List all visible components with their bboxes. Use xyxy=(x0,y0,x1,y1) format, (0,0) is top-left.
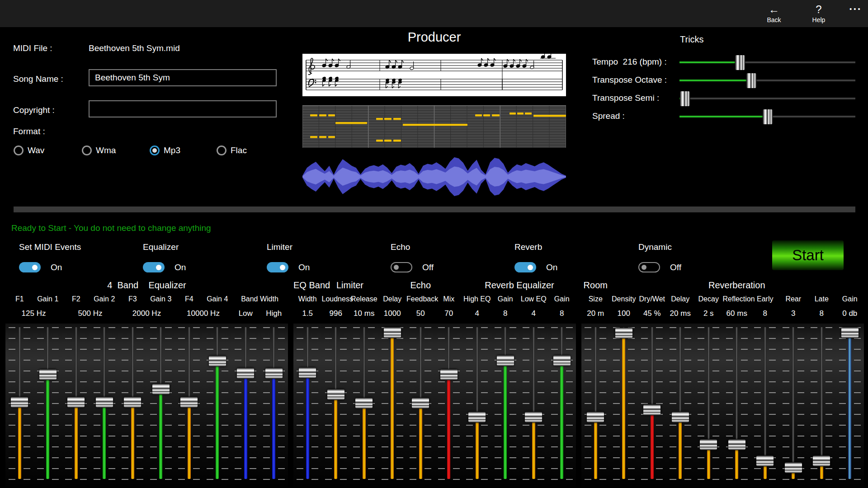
toggle-dynamic[interactable] xyxy=(638,262,660,272)
slider-thumb[interactable] xyxy=(355,398,373,408)
waveform-preview xyxy=(302,156,566,197)
slider-thumb[interactable] xyxy=(180,397,198,408)
slider-thumb[interactable] xyxy=(728,439,745,450)
slider-rail xyxy=(821,327,823,461)
slider-thumb[interactable] xyxy=(265,368,283,379)
mixer-column-label: Size xyxy=(581,295,610,303)
tick-marks-right xyxy=(481,327,488,480)
midi-file-value: Beethoven 5th Sym.mid xyxy=(89,43,180,53)
toggle-state: On xyxy=(298,263,310,272)
slider-rail xyxy=(188,327,190,402)
slider-f3 xyxy=(118,324,147,487)
back-button[interactable]: ← Back xyxy=(758,4,790,23)
trick-label: Tempo 216 (bpm) : xyxy=(592,57,667,67)
slider-thumb[interactable] xyxy=(553,355,571,366)
slider-thumb[interactable] xyxy=(785,462,802,473)
slider-thumb[interactable] xyxy=(39,369,57,380)
slider-thumb[interactable] xyxy=(152,384,170,394)
tick-marks-right xyxy=(278,327,285,480)
tick-marks-left xyxy=(325,327,332,480)
toggle-echo[interactable] xyxy=(391,262,412,272)
slider-reverb-gain xyxy=(836,324,864,487)
trick-slider-track[interactable] xyxy=(679,98,855,99)
toggle-row: On xyxy=(19,262,81,272)
toggle-knob xyxy=(280,265,285,270)
slider-dry-wet xyxy=(638,324,666,487)
slider-f1 xyxy=(5,324,34,487)
slider-thumb[interactable] xyxy=(384,327,401,338)
slider-density xyxy=(610,324,638,487)
slider-gain-1 xyxy=(34,324,62,487)
radio-flac[interactable]: Flac xyxy=(217,145,247,155)
slider-thumb[interactable] xyxy=(124,397,141,408)
slider-value-rail xyxy=(75,402,78,479)
toggle-reverb[interactable] xyxy=(514,262,536,272)
toggle-set-midi-events[interactable] xyxy=(19,262,41,272)
radio-wav[interactable]: Wav xyxy=(14,145,44,155)
radio-label: Flac xyxy=(231,145,247,155)
copyright-input[interactable] xyxy=(89,100,277,117)
help-button[interactable]: ? Help xyxy=(803,4,835,23)
piano-roll-preview xyxy=(302,105,566,148)
tick-marks-right xyxy=(741,327,748,480)
slider-rail xyxy=(363,327,365,403)
tick-marks-left xyxy=(207,327,213,480)
radio-dot-icon xyxy=(152,148,157,153)
trick-slider-thumb[interactable] xyxy=(763,109,773,124)
tick-marks-left xyxy=(466,327,473,480)
tick-marks-left xyxy=(495,327,501,480)
slider-thumb[interactable] xyxy=(643,404,660,415)
mixer-group-header: RoomReverberationSizeDensityDry/WetDelay… xyxy=(581,278,864,321)
mixer-column-label: Rear xyxy=(779,295,808,303)
toggle-row: On xyxy=(514,262,557,272)
trick-slider-thumb[interactable] xyxy=(735,55,745,70)
song-name-input[interactable] xyxy=(89,69,277,86)
radio-wma[interactable]: Wma xyxy=(82,145,116,155)
slider-rail xyxy=(448,327,450,375)
slider-thumb[interactable] xyxy=(412,398,429,408)
slider-thumb[interactable] xyxy=(672,412,689,422)
toggle-group-echo: EchoOff xyxy=(391,242,434,272)
mixer-column-label: F3 xyxy=(118,295,147,303)
radio-label: Wma xyxy=(96,145,116,155)
slider-thumb[interactable] xyxy=(209,356,226,366)
slider-thumb[interactable] xyxy=(615,328,632,338)
toggle-limiter[interactable] xyxy=(267,262,288,272)
toggle-equalizer[interactable] xyxy=(143,262,165,272)
slider-thumb[interactable] xyxy=(700,439,717,450)
slider-thumb[interactable] xyxy=(813,455,830,466)
slider-value-rail xyxy=(131,402,134,479)
slider-thumb[interactable] xyxy=(440,369,458,380)
slider-thumb[interactable] xyxy=(497,355,514,366)
toggle-row: Off xyxy=(638,262,681,272)
slider-thumb[interactable] xyxy=(327,389,344,400)
trick-slider-thumb[interactable] xyxy=(746,73,756,88)
slider-thumb[interactable] xyxy=(237,368,254,379)
slider-thumb[interactable] xyxy=(299,367,316,378)
more-button[interactable]: ••• xyxy=(840,0,868,18)
slider-thumb[interactable] xyxy=(525,412,542,422)
radio-mp3[interactable]: Mp3 xyxy=(150,145,180,155)
slider-thumb[interactable] xyxy=(96,397,113,408)
slider-thumb[interactable] xyxy=(587,412,604,422)
toggle-group-set-midi-events: Set MIDI EventsOn xyxy=(19,242,81,272)
toggle-knob xyxy=(32,265,38,270)
mixer-column-value: 0 db xyxy=(836,309,864,318)
slider-thumb[interactable] xyxy=(468,412,486,422)
more-icon: ••• xyxy=(840,0,868,18)
tick-marks-right xyxy=(854,327,861,480)
mixer-group-header: 4 Band EqualizerF1Gain 1F2Gain 2F3Gain 3… xyxy=(5,278,288,321)
slider-rail xyxy=(764,327,766,461)
slider-thumb[interactable] xyxy=(756,455,774,466)
start-button[interactable]: Start xyxy=(772,240,844,270)
help-label: Help xyxy=(803,16,835,23)
trick-slider-thumb[interactable] xyxy=(680,91,690,106)
radio-circle-icon xyxy=(14,145,24,155)
slider-thumb[interactable] xyxy=(67,397,85,408)
slider-thumb[interactable] xyxy=(841,327,859,338)
tick-marks-left xyxy=(523,327,529,480)
slider-value-rail xyxy=(391,333,394,479)
slider-thumb[interactable] xyxy=(11,397,28,408)
tick-marks-left xyxy=(839,327,846,480)
mixer-column-value: 50 xyxy=(406,309,435,318)
